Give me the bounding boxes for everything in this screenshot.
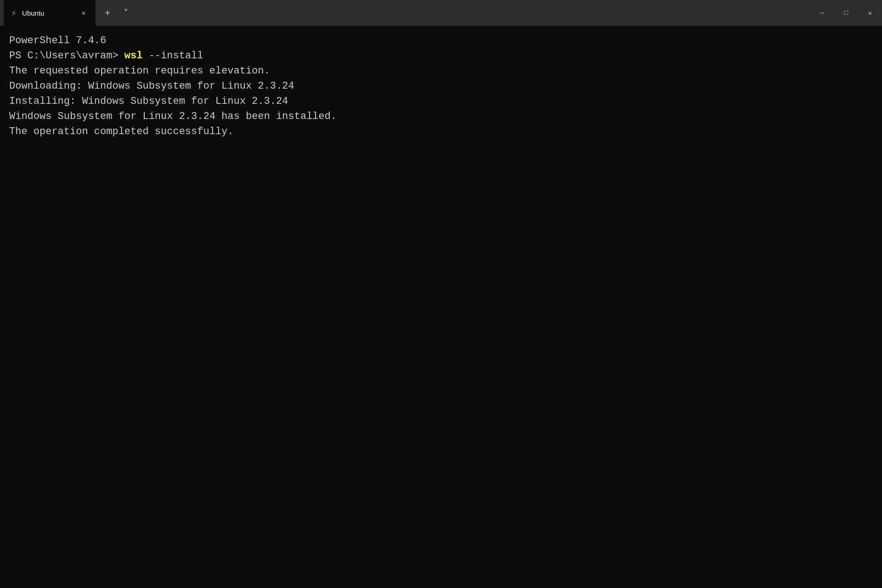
tab-controls: + ˅ bbox=[96, 0, 138, 26]
maximize-button[interactable]: □ bbox=[834, 0, 858, 26]
close-button[interactable]: ✕ bbox=[858, 0, 882, 26]
minimize-button[interactable]: — bbox=[810, 0, 834, 26]
terminal-line: Installing: Windows Subsystem for Linux … bbox=[9, 94, 873, 109]
terminal-window: ⚡ Ubuntu ✕ + ˅ — □ ✕ PowerShell 7.4.6PS … bbox=[0, 0, 882, 588]
dropdown-button[interactable]: ˅ bbox=[118, 5, 134, 21]
active-tab[interactable]: ⚡ Ubuntu ✕ bbox=[4, 0, 96, 26]
tab-label: Ubuntu bbox=[22, 9, 74, 17]
window-controls: — □ ✕ bbox=[810, 0, 882, 26]
tab-powershell-icon: ⚡ bbox=[11, 7, 17, 19]
terminal-line: Windows Subsystem for Linux 2.3.24 has b… bbox=[9, 109, 873, 124]
terminal-line: Downloading: Windows Subsystem for Linux… bbox=[9, 79, 873, 94]
terminal-output: PowerShell 7.4.6PS C:\Users\avram> wsl -… bbox=[9, 33, 873, 139]
terminal-line: The operation completed successfully. bbox=[9, 124, 873, 139]
terminal-line: PowerShell 7.4.6 bbox=[9, 33, 873, 48]
terminal-line: PS C:\Users\avram> wsl --install bbox=[9, 48, 873, 63]
new-tab-button[interactable]: + bbox=[99, 5, 116, 21]
terminal-body[interactable]: PowerShell 7.4.6PS C:\Users\avram> wsl -… bbox=[0, 26, 882, 588]
terminal-line: The requested operation requires elevati… bbox=[9, 63, 873, 79]
tab-area: ⚡ Ubuntu ✕ + ˅ bbox=[4, 0, 810, 26]
tab-close-button[interactable]: ✕ bbox=[79, 8, 88, 17]
title-bar: ⚡ Ubuntu ✕ + ˅ — □ ✕ bbox=[0, 0, 882, 26]
